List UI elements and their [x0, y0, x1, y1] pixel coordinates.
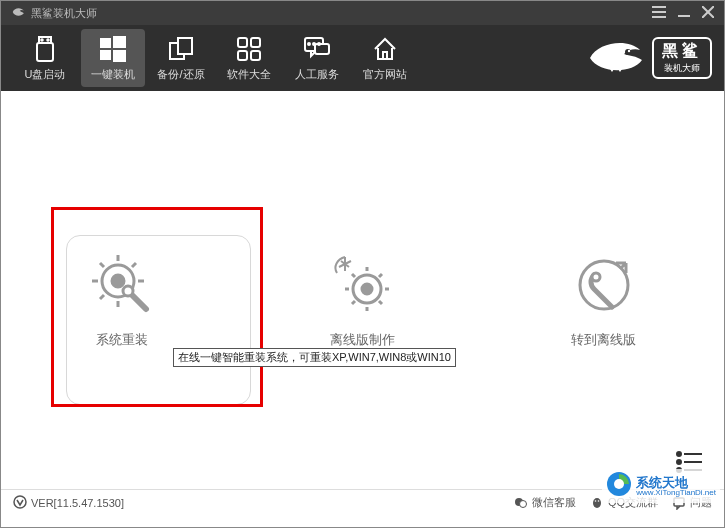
svg-point-9 — [47, 39, 49, 41]
card-system-reinstall[interactable]: 系统重装 — [37, 251, 207, 349]
wechat-support-link[interactable]: 微信客服 — [514, 495, 576, 510]
svg-point-45 — [595, 500, 597, 502]
toolbar-item-label: U盘启动 — [25, 67, 66, 82]
apps-icon — [235, 35, 263, 63]
gear-wrench-icon — [88, 251, 156, 319]
svg-point-8 — [41, 39, 43, 41]
watermark: 系统天地 www.XiTongTianDi.net — [602, 469, 720, 503]
card-offline-create[interactable]: 离线版制作 — [278, 251, 448, 349]
svg-rect-12 — [100, 50, 111, 60]
watermark-title: 系统天地 — [636, 476, 716, 489]
watermark-url: www.XiTongTianDi.net — [636, 489, 716, 497]
minimize-button[interactable] — [678, 5, 690, 21]
toolbar-item-label: 软件大全 — [227, 67, 271, 82]
svg-rect-18 — [238, 51, 247, 60]
version-icon — [13, 495, 27, 511]
svg-point-37 — [677, 460, 681, 464]
svg-point-26 — [625, 49, 631, 55]
svg-rect-19 — [251, 51, 260, 60]
tooltip: 在线一键智能重装系统，可重装XP,WIN7,WIN8或WIN10 — [173, 348, 456, 367]
close-button[interactable] — [702, 5, 714, 21]
toolbar-item-label: 人工服务 — [295, 67, 339, 82]
toolbar-item-label: 一键装机 — [91, 67, 135, 82]
app-title: 黑鲨装机大师 — [31, 6, 97, 21]
usb-icon — [31, 35, 59, 63]
brand-title: 黑鲨 — [662, 41, 702, 62]
main-area: 系统重装 离线版制作 — [1, 91, 724, 489]
svg-point-34 — [592, 273, 600, 281]
link-label: 微信客服 — [532, 495, 576, 510]
svg-point-35 — [677, 452, 681, 456]
svg-rect-7 — [37, 43, 53, 61]
svg-rect-17 — [251, 38, 260, 47]
svg-rect-21 — [315, 44, 329, 54]
brand: 黑鲨 装机大师 — [588, 36, 712, 80]
card-label: 转到离线版 — [571, 331, 636, 349]
toolbar-item-label: 官方网站 — [363, 67, 407, 82]
svg-point-24 — [318, 43, 320, 45]
wrench-refresh-icon — [570, 251, 638, 319]
copy-icon — [167, 35, 195, 63]
toolbar-item-software[interactable]: 软件大全 — [217, 29, 281, 87]
svg-point-44 — [593, 498, 601, 508]
toolbar-item-support[interactable]: 人工服务 — [285, 29, 349, 87]
toolbar-item-one-click-install[interactable]: 一键装机 — [81, 29, 145, 87]
svg-rect-10 — [100, 38, 111, 48]
svg-rect-11 — [113, 36, 126, 48]
svg-rect-25 — [383, 52, 387, 59]
svg-point-23 — [313, 43, 315, 45]
windows-icon — [99, 35, 127, 63]
card-goto-offline[interactable]: 转到离线版 — [519, 251, 689, 349]
toolbar-item-website[interactable]: 官方网站 — [353, 29, 417, 87]
svg-rect-15 — [178, 38, 192, 54]
chat-icon — [303, 35, 331, 63]
toolbar-item-label: 备份/还原 — [157, 67, 204, 82]
svg-point-29 — [112, 275, 124, 287]
svg-rect-16 — [238, 38, 247, 47]
svg-point-30 — [123, 286, 133, 296]
svg-point-49 — [614, 479, 624, 489]
titlebar: 黑鲨装机大师 — [1, 1, 724, 25]
brand-subtitle: 装机大师 — [664, 62, 700, 75]
svg-point-22 — [308, 43, 310, 45]
toolbar-item-usb-boot[interactable]: U盘启动 — [13, 29, 77, 87]
svg-point-27 — [628, 50, 630, 52]
menu-button[interactable] — [652, 5, 666, 21]
svg-rect-13 — [113, 50, 126, 62]
svg-point-46 — [598, 500, 600, 502]
version-text: VER[11.5.47.1530] — [31, 497, 124, 509]
wechat-icon — [514, 496, 528, 510]
card-label: 离线版制作 — [330, 331, 395, 349]
card-label: 系统重装 — [96, 331, 148, 349]
home-icon — [371, 35, 399, 63]
svg-point-43 — [519, 500, 526, 507]
svg-point-32 — [362, 284, 372, 294]
shark-logo-icon — [588, 36, 644, 80]
toolbar: U盘启动 一键装机 备份/还原 软件大全 人工服务 官方网站 — [1, 25, 724, 91]
toolbar-item-backup-restore[interactable]: 备份/还原 — [149, 29, 213, 87]
app-logo-icon — [11, 5, 25, 21]
watermark-logo-icon — [606, 471, 632, 501]
gear-offline-icon — [329, 251, 397, 319]
